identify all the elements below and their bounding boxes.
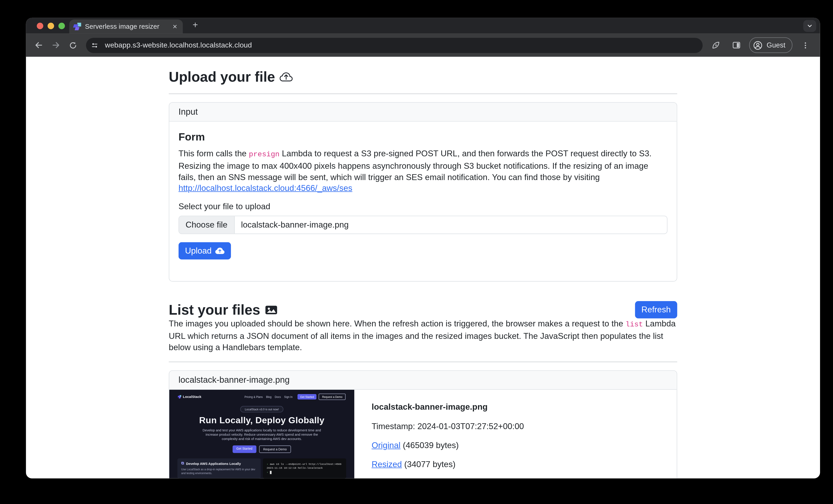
list-description: The images you uploaded should be shown … — [169, 319, 677, 353]
forward-arrow-icon — [51, 41, 61, 50]
battery-saver-leaf-icon — [711, 41, 720, 50]
list-section-title: List your files — [169, 302, 278, 318]
reload-button[interactable] — [66, 37, 80, 53]
resized-line: Resized (34077 bytes) — [372, 459, 524, 469]
cloud-upload-icon — [280, 71, 293, 83]
upload-description: This form calls the presign Lambda to re… — [178, 148, 668, 194]
presign-code: presign — [249, 150, 280, 158]
upload-button-label: Upload — [185, 246, 211, 256]
banner-nav-links: Pricing & Plans Blog Docs Sign In — [244, 395, 292, 398]
form-heading: Form — [178, 131, 668, 143]
list-title-text: List your files — [169, 302, 260, 318]
file-input[interactable]: Choose file localstack-banner-image.png — [178, 216, 668, 234]
feature-title: Develop AWS Applications Locally — [186, 461, 241, 465]
choose-file-button[interactable]: Choose file — [179, 216, 235, 233]
divider — [169, 361, 677, 362]
terminal-prompt: › — [267, 471, 268, 474]
cloud-upload-fill-icon — [215, 246, 224, 256]
feature-text: Use LocalStack as a drop-in replacement … — [181, 468, 257, 475]
banner-nav: LocalStack Pricing & Plans Blog Docs Sig… — [169, 389, 354, 400]
terminal-prompt: › — [267, 462, 268, 465]
upload-card: Input Form This form calls the presign L… — [169, 102, 677, 282]
banner-subtext: Develop and test your AWS applications l… — [199, 428, 324, 442]
original-link[interactable]: Original — [372, 440, 401, 450]
side-panel-button[interactable] — [729, 37, 744, 53]
file-timestamp: Timestamp: 2024-01-03T07:27:52+00:00 — [372, 422, 524, 431]
upload-section-title: Upload your file — [169, 69, 677, 85]
tab-title: Serverless image resizer — [85, 23, 167, 30]
side-panel-icon — [732, 41, 741, 50]
banner-nav-item: Blog — [266, 395, 271, 398]
upload-description-text: This form calls the — [178, 149, 249, 158]
chevron-down-icon — [807, 23, 813, 29]
forward-button[interactable] — [48, 37, 63, 53]
window-controls — [37, 22, 65, 29]
address-bar[interactable]: webapp.s3-website.localhost.localstack.c… — [86, 37, 703, 53]
back-button[interactable] — [31, 37, 46, 53]
tab-strip: Serverless image resizer ✕ + — [26, 18, 820, 33]
site-settings-icon[interactable] — [89, 39, 101, 51]
page-content: Upload your file Input Form This form ca… — [26, 57, 820, 478]
refresh-button[interactable]: Refresh — [635, 301, 677, 318]
banner-request-demo-button: Request a Demo — [259, 446, 291, 453]
toolbar-right-icons: Guest — [708, 37, 815, 53]
file-card-header: localstack-banner-image.png — [169, 371, 676, 389]
refresh-button-label: Refresh — [641, 305, 671, 314]
performance-button[interactable] — [708, 37, 723, 53]
kebab-menu-icon — [802, 42, 809, 49]
terminal-line: 2023-11-15 10:12:18 hello-localstack — [267, 466, 342, 470]
terminal-cursor — [270, 471, 271, 474]
localstack-logo-icon — [178, 395, 181, 398]
file-details: localstack-banner-image.png Timestamp: 2… — [354, 389, 541, 478]
upload-card-header: Input — [169, 103, 676, 122]
tab-search-button[interactable] — [803, 20, 816, 32]
original-line: Original (465039 bytes) — [372, 440, 524, 450]
tab-close-icon[interactable]: ✕ — [171, 23, 178, 30]
ses-link[interactable]: http://localhost.localstack.cloud:4566/_… — [178, 183, 353, 193]
reload-icon — [69, 41, 77, 49]
browser-tab[interactable]: Serverless image resizer ✕ — [69, 20, 183, 33]
banner-nav-request-demo: Request a Demo — [319, 394, 346, 400]
zoom-window-button[interactable] — [58, 22, 65, 29]
new-tab-button[interactable]: + — [190, 19, 200, 34]
banner-bottom-row: ⧉Develop AWS Applications Locally Use Lo… — [169, 458, 354, 478]
browser-window: Serverless image resizer ✕ + — [26, 18, 820, 478]
guest-avatar-icon — [753, 40, 763, 50]
back-arrow-icon — [34, 41, 43, 50]
banner-logo: LocalStack — [178, 395, 201, 399]
divider — [169, 94, 677, 94]
url-text[interactable]: webapp.s3-website.localhost.localstack.c… — [105, 41, 252, 49]
banner-headline: Run Locally, Deploy Globally — [169, 415, 354, 425]
banner-feature-card: ⧉Develop AWS Applications Locally Use Lo… — [177, 458, 261, 478]
terminal-line: aws s3 ls --endpoint-url http://localhos… — [270, 462, 341, 465]
browser-menu-button[interactable] — [798, 37, 813, 53]
profile-chip[interactable]: Guest — [749, 37, 792, 53]
banner-nav-item: Docs — [275, 395, 281, 398]
image-icon — [265, 304, 278, 316]
banner-get-started-button: Get Started — [233, 446, 256, 453]
browser-toolbar: webapp.s3-website.localhost.localstack.c… — [26, 33, 820, 57]
banner-terminal: › aws s3 ls --endpoint-url http://localh… — [263, 458, 346, 478]
banner-thumbnail-image: LocalStack Pricing & Plans Blog Docs Sig… — [169, 389, 354, 478]
file-name-heading: localstack-banner-image.png — [372, 402, 524, 412]
banner-nav-item: Pricing & Plans — [244, 395, 263, 398]
list-code: list — [625, 321, 643, 329]
resized-size: (34077 bytes) — [402, 459, 455, 469]
upload-button[interactable]: Upload — [178, 242, 231, 259]
file-list-card: localstack-banner-image.png LocalStack P… — [169, 370, 677, 478]
minimize-window-button[interactable] — [48, 22, 54, 29]
banner-nav-get-started: Get Started — [298, 394, 317, 399]
selected-file-name: localstack-banner-image.png — [235, 216, 667, 233]
screen: Serverless image resizer ✕ + — [0, 0, 833, 504]
banner-cta-row: Get Started Request a Demo — [169, 446, 354, 453]
profile-label: Guest — [767, 41, 785, 49]
close-window-button[interactable] — [37, 22, 43, 29]
original-size: (465039 bytes) — [400, 440, 459, 450]
banner-logo-text: LocalStack — [183, 395, 201, 399]
resized-link[interactable]: Resized — [372, 459, 402, 469]
banner-announcement-pill: LocalStack v3.0 is out now! — [240, 406, 284, 412]
list-description-text: The images you uploaded should be shown … — [169, 319, 626, 328]
upload-title-text: Upload your file — [169, 69, 275, 85]
file-select-label: Select your file to upload — [178, 202, 668, 211]
feature-icon: ⧉ — [181, 462, 184, 465]
